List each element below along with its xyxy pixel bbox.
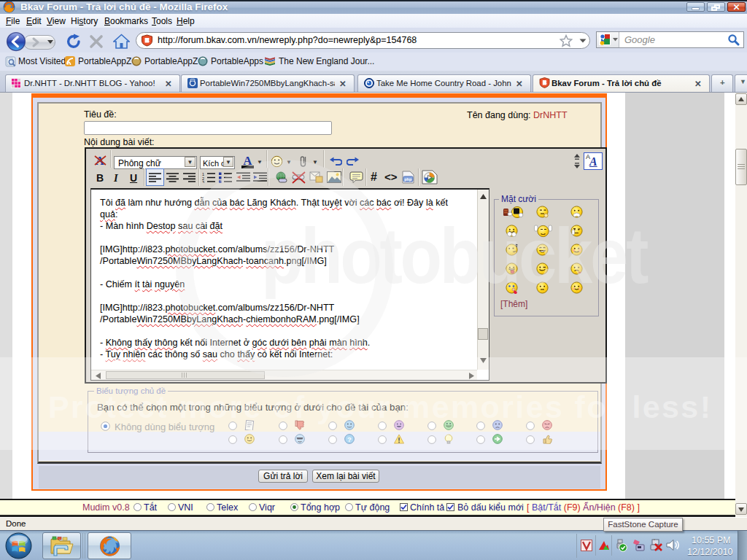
svg-text:photobucket: photobucket [261, 212, 648, 299]
svg-text:Protect more of your memories: Protect more of your memories for less! [48, 389, 711, 424]
